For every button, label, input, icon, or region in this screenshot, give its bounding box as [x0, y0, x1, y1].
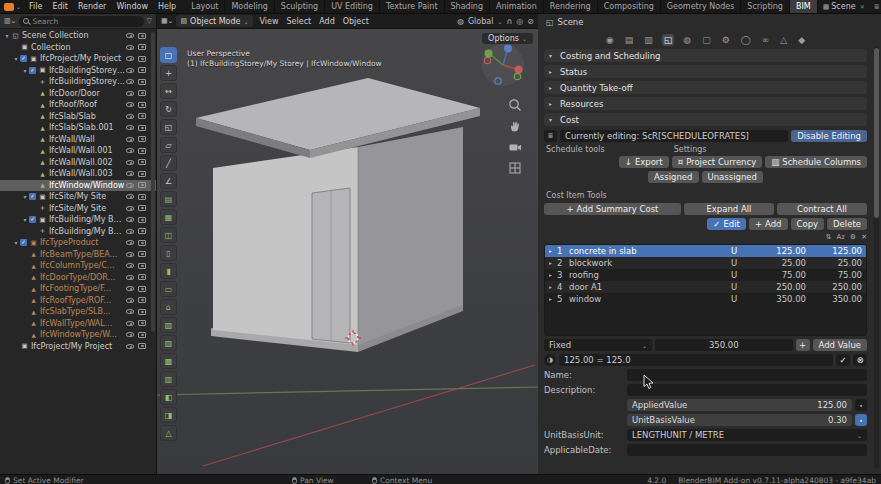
unlink-scene-icon[interactable]: ✕ [858, 3, 867, 10]
eye-icon[interactable] [126, 137, 134, 142]
workspace-tab[interactable]: Rendering [544, 0, 598, 14]
collection-checkbox[interactable] [20, 239, 27, 246]
row-expand-icon[interactable]: ▸ [549, 272, 557, 278]
value-amount-field[interactable]: 350.00 [655, 339, 793, 351]
eye-icon[interactable] [126, 114, 134, 119]
section-quantity-takeoff[interactable]: ▸ Quantity Take-off [544, 81, 867, 94]
eye-icon[interactable] [126, 321, 134, 326]
eye-icon[interactable] [126, 79, 134, 84]
eye-icon[interactable] [126, 194, 134, 199]
copy-button[interactable]: Copy [791, 218, 825, 230]
disclosure-arrow[interactable] [3, 32, 11, 39]
list-filter-close-icon[interactable]: ✕ [861, 233, 867, 241]
eye-icon[interactable] [126, 344, 134, 349]
constraints-tab[interactable]: ∞ [760, 34, 772, 46]
contract-all-button[interactable]: Contract All [777, 203, 867, 215]
unassigned-button[interactable]: Unassigned [702, 171, 763, 183]
eye-icon[interactable] [126, 229, 134, 234]
world-tab[interactable]: ◍ [681, 34, 693, 46]
rotate-tool[interactable]: ↻ [160, 101, 177, 117]
row-expand-icon[interactable]: ▸ [549, 296, 557, 302]
outliner-row[interactable]: IfcBuilding/My Buil... [0, 226, 156, 238]
collection-checkbox[interactable] [29, 216, 36, 223]
list-settings-icon[interactable]: ⚙ [850, 233, 856, 241]
workspace-tab[interactable]: UV Editing [325, 0, 380, 14]
render-tab[interactable]: ◉ [604, 34, 616, 46]
bim-roof-tool[interactable]: ⌂ [160, 299, 177, 315]
material-tab[interactable]: ◆ [796, 34, 807, 46]
camera-visibility-icon[interactable] [138, 44, 146, 50]
window[interactable]: ▸ 5 window U 350.00 350.00 [545, 293, 866, 305]
applied-value-toggle-icon[interactable]: • [855, 399, 867, 411]
outliner-scrollbar[interactable] [151, 32, 155, 332]
move-tool[interactable]: ↔ [160, 83, 177, 99]
eye-icon[interactable] [126, 183, 134, 188]
viewport-menu-item[interactable]: Add [315, 17, 339, 26]
camera-visibility-icon[interactable] [138, 148, 146, 154]
options-dropdown[interactable]: Options ⌄ [482, 33, 533, 44]
bim-annotation-tool[interactable]: △ [160, 425, 177, 441]
text-input-field[interactable] [627, 369, 867, 381]
disclosure-arrow[interactable] [12, 55, 20, 62]
row-expand-icon[interactable]: ▸ [549, 248, 557, 254]
eye-icon[interactable] [126, 91, 134, 96]
eye-icon[interactable] [126, 263, 134, 268]
blender-logo-icon[interactable] [4, 3, 14, 11]
bim-window-tool[interactable]: ▯ [160, 245, 177, 261]
outliner-row[interactable]: IfcProject/My Project [0, 341, 156, 353]
value-type-dropdown[interactable]: Fixed ⌄ [544, 339, 652, 351]
outliner-row[interactable]: IfcTypeProduct [0, 237, 156, 249]
annotate-tool[interactable]: ╱ [160, 155, 177, 171]
overlays-icon[interactable]: ⊘ [527, 17, 534, 26]
measure-tool[interactable]: ∠ [160, 173, 177, 189]
add-value-button[interactable]: Add Value [813, 339, 868, 351]
outliner-row[interactable]: IfcBuilding/My Buildi... [0, 214, 156, 226]
schedule-columns-button[interactable]: ▥ Schedule Columns [765, 156, 867, 168]
outliner-row[interactable]: IfcBuildingStorey/M... [0, 65, 156, 77]
bim-column-tool[interactable]: ▮ [160, 263, 177, 279]
orientation-dropdown[interactable]: Global [468, 17, 494, 26]
camera-visibility-icon[interactable] [138, 171, 146, 177]
bim-beam-tool[interactable]: ▭ [160, 281, 177, 297]
camera-visibility-icon[interactable] [138, 217, 146, 223]
value-toggle-icon[interactable]: ◑ [544, 354, 556, 366]
modifiers-tab[interactable]: ⚙ [720, 34, 732, 46]
workspace-tab[interactable]: Layout [185, 0, 225, 14]
disclosure-arrow[interactable] [21, 193, 29, 200]
delete-button[interactable]: Delete [827, 218, 867, 230]
eye-icon[interactable] [126, 309, 134, 314]
project-currency-button[interactable]: ¤ Project Currency [672, 156, 763, 168]
menu-item[interactable]: Help [153, 2, 181, 11]
blockwork[interactable]: ▸ 2 blockwork U 25.00 25.00 [545, 257, 866, 269]
eye-icon[interactable] [126, 240, 134, 245]
bim-furniture-tool[interactable]: ◧ [160, 389, 177, 405]
add-button[interactable]: + Add [749, 218, 788, 230]
section-costing-and-scheduling[interactable]: ▾ Costing and Scheduling [544, 49, 867, 62]
camera-visibility-icon[interactable] [138, 286, 146, 292]
camera-visibility-icon[interactable] [138, 159, 146, 165]
camera-visibility-icon[interactable] [138, 102, 146, 108]
physics-tab[interactable]: ◯ [739, 34, 753, 46]
outliner-row[interactable]: IfcRoofType/ROF... [0, 295, 156, 307]
transform-tool[interactable]: ▱ [160, 137, 177, 153]
workspace-tab[interactable]: Geometry Nodes [661, 0, 741, 14]
add-summary-cost-button[interactable]: + Add Summary Cost [544, 203, 681, 215]
eye-icon[interactable] [126, 286, 134, 291]
navigation-gizmo[interactable] [480, 42, 526, 88]
workspace-tab[interactable]: BIM [790, 0, 818, 14]
viewport-menu-item[interactable]: View [256, 17, 283, 26]
outliner-row[interactable]: IfcWall/Wall.001 [0, 145, 156, 157]
pan-hand-icon[interactable] [508, 119, 522, 133]
outliner-row[interactable]: IfcDoorType/DOR... [0, 272, 156, 284]
camera-visibility-icon[interactable] [138, 125, 146, 131]
camera-visibility-icon[interactable] [138, 90, 146, 96]
outliner-row[interactable]: IfcWall/Wall [0, 134, 156, 146]
disclosure-arrow[interactable] [21, 67, 29, 74]
export-button[interactable]: ↓ Export [619, 156, 669, 168]
bim-stair-tool[interactable]: ▧ [160, 317, 177, 333]
outliner-row[interactable]: IfcSlab/Slab.001 [0, 122, 156, 134]
disable-editing-button[interactable]: Disable Editing [791, 130, 867, 142]
unit-basis-value-slider[interactable]: UnitBasisValue 0.30 [627, 414, 852, 426]
workspace-tab[interactable]: Sculpting [275, 0, 325, 14]
concrete in slab[interactable]: ▸ 1 concrete in slab U 125.00 125.00 [545, 245, 866, 257]
